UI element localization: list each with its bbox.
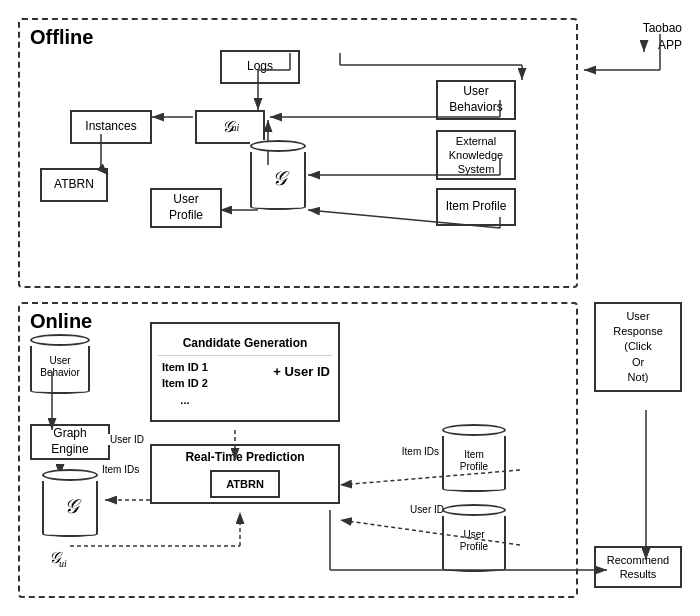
- recommend-results-box: RecommendResults: [594, 546, 682, 588]
- diagram: TaobaoAPP Offline Logs Instances 𝒢ui ATB…: [10, 10, 690, 606]
- candidate-generation-box: Candidate Generation Item ID 1Item ID 2.…: [150, 322, 340, 422]
- user-id-label: User ID: [108, 434, 146, 445]
- external-knowledge-box: External Knowledge System: [436, 130, 516, 180]
- g-cylinder-offline: 𝒢: [250, 140, 306, 210]
- user-profile-online-cylinder: UserProfile: [442, 504, 506, 572]
- user-response-box: UserResponse(ClickOrNot): [594, 302, 682, 392]
- taobao-label: TaobaoAPP: [643, 20, 682, 54]
- user-profile-offline-box: User Profile: [150, 188, 222, 228]
- item-ids-right-label: Item IDs: [400, 446, 441, 457]
- graph-engine-box: Graph Engine: [30, 424, 110, 460]
- instances-box: Instances: [70, 110, 152, 144]
- item-profile-online-cylinder: ItemProfile: [442, 424, 506, 492]
- section-online: Online Candidate Generation Item ID 1Ite…: [18, 302, 578, 598]
- section-offline: Offline Logs Instances 𝒢ui ATBRN User Pr…: [18, 18, 578, 288]
- user-behaviors-box: User Behaviors: [436, 80, 516, 120]
- atbrn-offline-box: ATBRN: [40, 168, 108, 202]
- offline-label: Offline: [30, 26, 93, 49]
- g-ui-online-label: 𝒢ui: [48, 549, 67, 569]
- logs-box: Logs: [220, 50, 300, 84]
- online-label: Online: [30, 310, 92, 333]
- g-cylinder-online: 𝒢: [42, 469, 98, 537]
- real-time-prediction-box: Real-Time Prediction ATBRN: [150, 444, 340, 504]
- item-ids-left-label: Item IDs: [100, 464, 141, 475]
- user-id-bottom-label: User ID: [408, 504, 446, 515]
- item-profile-offline-box: Item Profile: [436, 188, 516, 226]
- g-ui-offline-box: 𝒢ui: [195, 110, 265, 144]
